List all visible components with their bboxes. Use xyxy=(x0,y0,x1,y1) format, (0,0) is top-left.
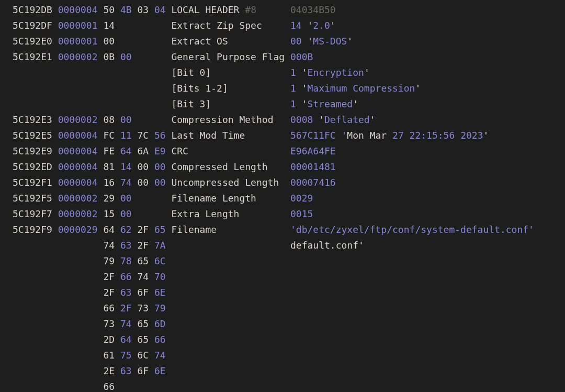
value: 000B xyxy=(290,49,313,65)
value: 1 'Maximum Compression' xyxy=(290,81,421,96)
dump-row: [Bit 0]1 'Encryption' xyxy=(13,65,565,81)
value: 00007416 xyxy=(290,175,336,191)
hex-bytes: 2D646566 xyxy=(103,332,171,348)
hex-bytes: 7978656C xyxy=(103,253,171,269)
dump-row: 2D646566 xyxy=(13,332,565,348)
hex-bytes: 16740000 xyxy=(103,175,171,191)
dump-row: 5C192DB0000004504B0304LOCAL HEADER #8040… xyxy=(13,2,565,18)
value: 0008 'Deflated' xyxy=(290,112,376,128)
length: 0000001 xyxy=(58,33,104,49)
value: 567C11FC 'Mon Mar 27 22:15:56 2023' xyxy=(290,128,489,143)
description: Compression Method xyxy=(171,112,290,128)
description xyxy=(171,363,290,379)
offset xyxy=(13,285,58,300)
value: 0015 xyxy=(290,206,313,222)
offset xyxy=(13,300,58,316)
hex-bytes: FC117C56 xyxy=(103,128,171,143)
dump-row: 66 xyxy=(13,379,565,392)
length xyxy=(58,332,104,348)
length: 0000002 xyxy=(58,206,104,222)
length xyxy=(58,269,104,285)
dump-row: 5C192F1000000416740000Uncompressed Lengt… xyxy=(13,175,565,191)
offset: 5C192DF xyxy=(13,18,58,33)
value: 1 'Streamed' xyxy=(290,96,358,112)
description xyxy=(171,348,290,363)
dump-row: 5C192ED000000481140000Compressed Length0… xyxy=(13,159,565,175)
description: General Purpose Flag xyxy=(171,49,290,65)
description: [Bit 0] xyxy=(171,65,290,81)
length xyxy=(58,363,104,379)
description: [Bit 3] xyxy=(171,96,290,112)
offset xyxy=(13,348,58,363)
description: LOCAL HEADER #8 xyxy=(171,2,290,18)
description: Filename Length xyxy=(171,191,290,206)
offset: 5C192F1 xyxy=(13,175,58,191)
dump-row: 5C192E100000020B00General Purpose Flag00… xyxy=(13,49,565,65)
hex-bytes: 0800 xyxy=(103,112,171,128)
description: Extra Length xyxy=(171,206,290,222)
length xyxy=(58,96,104,112)
dump-row: 5C192F700000021500Extra Length0015 xyxy=(13,206,565,222)
offset xyxy=(13,81,58,96)
description xyxy=(171,269,290,285)
hex-bytes: 662F7379 xyxy=(103,300,171,316)
offset: 5C192ED xyxy=(13,159,58,175)
hex-bytes: 00 xyxy=(103,33,171,49)
hex-bytes: 61756C74 xyxy=(103,348,171,363)
hex-bytes: 14 xyxy=(103,18,171,33)
dump-row: [Bit 3]1 'Streamed' xyxy=(13,96,565,112)
hex-bytes: 74632F7A xyxy=(103,238,171,253)
dump-row: 7978656C xyxy=(13,253,565,269)
offset xyxy=(13,253,58,269)
length: 0000004 xyxy=(58,143,104,159)
value: 0029 xyxy=(290,191,313,206)
description: Uncompressed Length xyxy=(171,175,290,191)
hex-bytes: 66 xyxy=(103,379,171,392)
length: 0000004 xyxy=(58,175,104,191)
value: 14 '2.0' xyxy=(290,18,336,33)
length: 0000002 xyxy=(58,49,104,65)
dump-row: 61756C74 xyxy=(13,348,565,363)
offset: 5C192E3 xyxy=(13,112,58,128)
hex-bytes: 64622F65 xyxy=(103,222,171,238)
hex-bytes: 504B0304 xyxy=(103,2,171,18)
offset: 5C192DB xyxy=(13,2,58,18)
description xyxy=(171,253,290,269)
length xyxy=(58,348,104,363)
value: 00001481 xyxy=(290,159,336,175)
hex-bytes: FE646AE9 xyxy=(103,143,171,159)
description: Last Mod Time xyxy=(171,128,290,143)
dump-row: 5C192E0000000100Extract OS00 'MS-DOS' xyxy=(13,33,565,49)
value: 00 'MS-DOS' xyxy=(290,33,353,49)
length: 0000004 xyxy=(58,2,104,18)
length: 0000001 xyxy=(58,18,104,33)
hex-bytes: 2F667470 xyxy=(103,269,171,285)
description xyxy=(171,300,290,316)
hex-bytes: 81140000 xyxy=(103,159,171,175)
length xyxy=(58,300,104,316)
offset: 5C192E0 xyxy=(13,33,58,49)
hex-bytes xyxy=(103,65,171,81)
value: 1 'Encryption' xyxy=(290,65,370,81)
offset xyxy=(13,269,58,285)
dump-row: 5C192E300000020800Compression Method0008… xyxy=(13,112,565,128)
hex-bytes: 2900 xyxy=(103,191,171,206)
description: Extract Zip Spec xyxy=(171,18,290,33)
length xyxy=(58,65,104,81)
description xyxy=(171,379,290,392)
description: Compressed Length xyxy=(171,159,290,175)
dump-row: 2E636F6E xyxy=(13,363,565,379)
dump-row: 5C192F500000022900Filename Length0029 xyxy=(13,191,565,206)
dump-row: 7374656D xyxy=(13,316,565,332)
hex-bytes: 0B00 xyxy=(103,49,171,65)
value: E96A64FE xyxy=(290,143,336,159)
offset: 5C192E9 xyxy=(13,143,58,159)
hex-bytes: 2E636F6E xyxy=(103,363,171,379)
offset: 5C192E1 xyxy=(13,49,58,65)
offset xyxy=(13,332,58,348)
description xyxy=(171,285,290,300)
length xyxy=(58,285,104,300)
length xyxy=(58,238,104,253)
length xyxy=(58,253,104,269)
length: 0000029 xyxy=(58,222,104,238)
